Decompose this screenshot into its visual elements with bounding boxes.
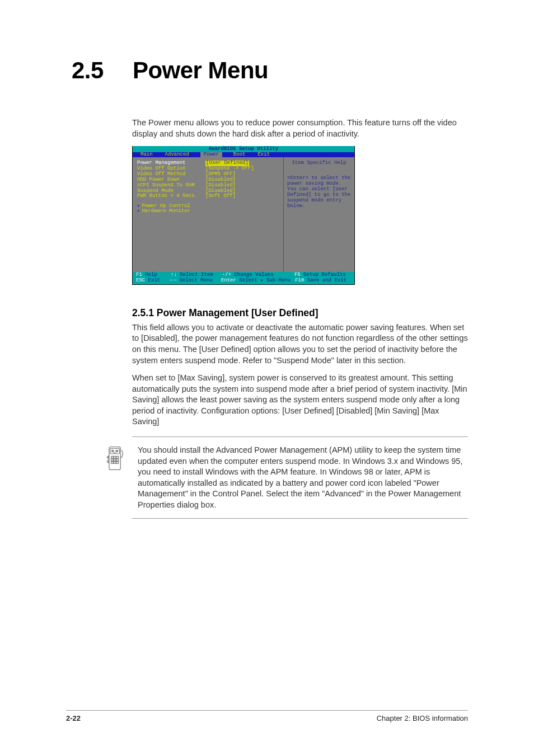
page-footer: 2-22 Chapter 2: BIOS information [66,710,468,722]
bios-footer-key: F5 [294,272,303,278]
section-title: Power Menu [133,57,268,83]
bios-tab[interactable]: Power [200,152,222,157]
bios-help-title: Item Specific Help [287,161,351,166]
bios-screenshot: AwardBIOS Setup Utility MainAdvancedPowe… [132,146,355,285]
svg-rect-14 [111,462,114,464]
bios-footer-key: ↑↓ [171,272,180,278]
bios-submenu-item[interactable]: ▸Hardware Monitor [137,209,279,214]
bios-tab[interactable]: Exit [256,152,271,157]
bios-footer-label: Select Item [180,272,213,278]
note-box: You should install the Advanced Power Ma… [132,436,468,519]
subsection-body: This field allows you to activate or dea… [132,322,468,428]
bios-item-value: [Soft Off] [205,194,236,199]
sub1-p1: This field allows you to activate or dea… [132,322,468,366]
note-text: You should install the Advanced Power Ma… [138,445,468,510]
bios-footer-key: F10 [295,278,307,283]
svg-rect-12 [114,459,116,461]
svg-rect-16 [116,462,119,464]
bios-tab[interactable]: Boot [232,152,247,157]
bios-footer-hint: Enter Select ▸ Sub-Menu [221,278,291,284]
bios-footer-key: ESC [136,278,148,283]
bios-help-pane: Item Specific Help <Enter> to select the… [284,157,354,272]
bios-footer-key: Enter [221,278,239,283]
bios-footer-key: ←→ [170,278,179,283]
bios-footer-key: F1 [136,272,145,278]
bios-left-pane: Power Management[User Defined]Video Off … [133,157,284,272]
bios-tab[interactable]: Advanced [164,152,190,157]
bios-submenu-label: Hardware Monitor [142,208,190,214]
svg-rect-13 [116,459,119,461]
bios-footer-label: Setup Defaults [303,272,346,278]
bios-footer-label: Select ▸ Sub-Menu [239,278,291,283]
triangle-icon: ▸ [137,208,140,214]
bios-footer-hint: ESC Exit [136,278,166,284]
svg-rect-15 [114,462,116,464]
svg-rect-11 [111,459,114,461]
svg-point-4 [113,451,113,452]
bios-footer-label: Exit [148,278,161,283]
bios-tab[interactable]: Main [139,152,154,157]
bios-item-label: PWR Button < 4 Secs [137,194,203,199]
section-number: 2.5 [72,57,104,83]
svg-rect-10 [116,456,119,458]
bios-footer-key: -/+ [222,272,235,278]
section-heading: 2.5Power Menu [72,57,468,84]
sub1-p2: When set to [Max Saving], system power i… [132,373,468,428]
chapter-label: Chapter 2: BIOS information [377,714,468,722]
bios-item-row[interactable]: PWR Button < 4 Secs[Soft Off] [137,194,279,199]
bios-footer-hint: ←→ Select Menu [170,278,217,284]
bios-footer-hint: F10 Save and Exit [295,278,346,284]
svg-rect-9 [114,456,116,458]
note-icon [103,445,128,473]
page-number: 2-22 [66,714,81,722]
bios-help-text: <Enter> to select the power saving mode.… [287,176,351,209]
bios-footer-label: Select Menu [179,278,212,283]
bios-footer-label: Change Values [234,272,273,278]
svg-point-5 [116,451,117,452]
bios-footer-label: Help [145,272,157,278]
intro-paragraph: The Power menu allows you to reduce powe… [132,118,468,139]
svg-rect-8 [111,456,114,458]
bios-footer: F1 Help↑↓ Select Item-/+ Change ValuesF5… [133,272,354,284]
bios-footer-label: Save and Exit [307,278,346,283]
subsection-heading: 2.5.1 Power Management [User Defined] [132,307,468,319]
bios-menubar: MainAdvancedPowerBootExit [133,152,354,157]
